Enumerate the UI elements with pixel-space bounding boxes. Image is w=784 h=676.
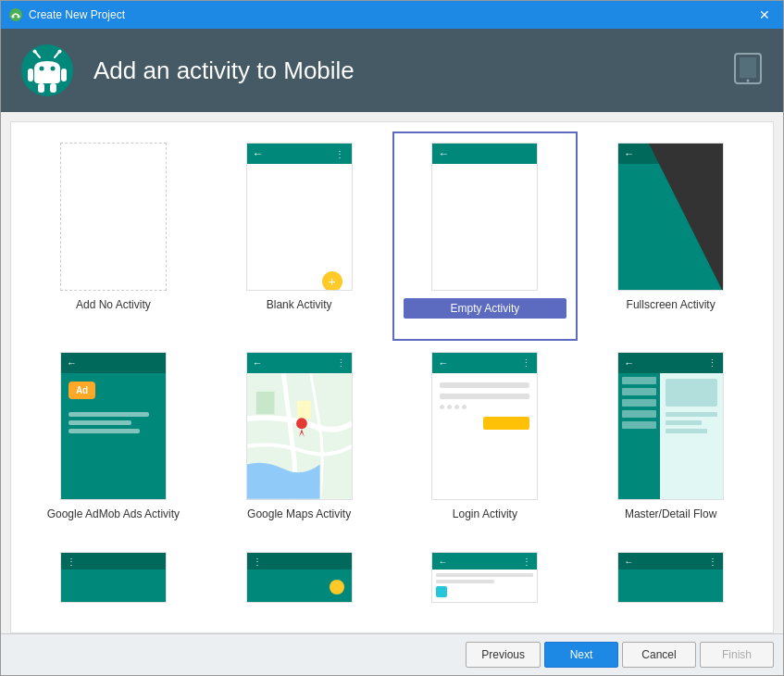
maps-activity-preview: ← ⋮ [246,352,353,500]
svg-point-16 [747,80,750,82]
maps-activity-label: Google Maps Activity [247,507,351,520]
footer: Previous Next Cancel Finish [1,633,783,675]
back-arrow-icon: ← [67,357,77,369]
master-detail-label: Master/Detail Flow [625,507,716,520]
admob-activity-label: Google AdMob Ads Activity [47,507,180,520]
title-bar: Create New Project ✕ [1,1,783,29]
svg-point-2 [18,16,20,19]
activity-item-login[interactable]: ← ⋮ [392,341,579,543]
back-arrow-icon: ← [438,147,449,160]
svg-rect-11 [61,69,67,81]
svg-point-8 [40,67,44,71]
back-arrow-icon: ← [253,147,264,160]
activity-item-maps[interactable]: ← ⋮ [206,341,392,543]
svg-point-9 [51,67,56,71]
blank-activity-preview: ← ⋮ + [246,143,353,291]
fullscreen-activity-preview: ← ⛶ [617,143,724,291]
svg-point-1 [12,16,15,19]
svg-rect-10 [28,69,33,81]
partial-preview-3: ← ⋮ [431,552,538,603]
device-icon [731,52,765,89]
map-svg [247,373,352,499]
menu-dots-icon: ⋮ [707,357,717,369]
back-arrow-icon: ← [438,557,447,567]
svg-point-0 [9,8,22,21]
menu-dots-icon: ⋮ [708,557,717,567]
next-button[interactable]: Next [544,642,618,668]
activity-item-partial-1[interactable]: ⋮ [20,543,206,623]
app-icon [8,7,23,22]
back-arrow-icon: ← [624,357,634,369]
activity-item-empty[interactable]: ← Empty Activity [392,131,579,341]
page-title: Add an activity to Mobile [93,56,355,85]
activity-item-partial-3[interactable]: ← ⋮ [392,543,579,623]
partial-preview-4: ← ⋮ [617,552,724,603]
activity-item-fullscreen[interactable]: ← ⛶ Fullscreen Activity [578,131,764,341]
activity-item-admob[interactable]: ← Ad Google AdMob Ads Activity [20,341,206,543]
window-title: Create New Project [29,8,125,21]
menu-dots-icon: ⋮ [336,357,346,369]
login-activity-preview: ← ⋮ [431,352,538,500]
no-activity-preview [60,143,167,291]
menu-dots-icon: ⋮ [335,149,346,159]
activity-item-master-detail[interactable]: ← ⋮ [578,341,764,543]
svg-point-20 [296,418,307,429]
fullscreen-activity-label: Fullscreen Activity [627,298,716,311]
back-arrow-icon: ← [438,357,448,369]
svg-rect-12 [38,83,44,93]
content-area: Add No Activity ← ⋮ + Blank Activity [10,121,774,633]
menu-dots-icon: ⋮ [522,557,531,567]
activity-item-partial-2[interactable]: ⋮ [206,543,392,623]
svg-point-6 [33,50,37,54]
activity-item-partial-4[interactable]: ← ⋮ [578,543,764,623]
menu-dots-icon: ⋮ [67,557,76,567]
svg-point-7 [58,50,62,54]
close-button[interactable]: ✕ [753,6,776,24]
back-arrow-icon: ← [624,557,633,567]
finish-button[interactable]: Finish [700,642,774,668]
blank-activity-label: Blank Activity [267,298,332,311]
empty-activity-preview: ← [431,143,538,291]
login-activity-label: Login Activity [453,507,517,520]
ad-banner: Ad [68,382,95,399]
cancel-button[interactable]: Cancel [622,642,696,668]
window: Create New Project ✕ Add an activity to … [0,0,784,676]
menu-dots-icon: ⋮ [253,557,262,567]
master-detail-preview: ← ⋮ [617,352,724,500]
svg-rect-15 [740,57,756,78]
no-activity-label: Add No Activity [76,298,151,311]
back-arrow-icon: ← [253,357,263,369]
header: Add an activity to Mobile [1,29,783,112]
partial-preview-2: ⋮ [246,552,353,603]
svg-rect-13 [50,83,56,93]
activity-item-blank[interactable]: ← ⋮ + Blank Activity [206,131,392,341]
title-bar-left: Create New Project [8,7,125,22]
fab-icon: + [322,271,342,291]
empty-activity-label: Empty Activity [404,298,567,319]
admob-activity-preview: ← Ad [60,352,167,500]
previous-button[interactable]: Previous [466,642,541,668]
android-logo [19,43,75,98]
activity-item-no-activity[interactable]: Add No Activity [20,131,206,341]
partial-preview-1: ⋮ [60,552,167,603]
svg-rect-18 [255,392,274,415]
back-arrow-icon: ← [624,148,634,159]
menu-dots-icon: ⋮ [521,357,531,369]
svg-rect-19 [297,401,311,419]
activity-grid: Add No Activity ← ⋮ + Blank Activity [11,122,773,632]
